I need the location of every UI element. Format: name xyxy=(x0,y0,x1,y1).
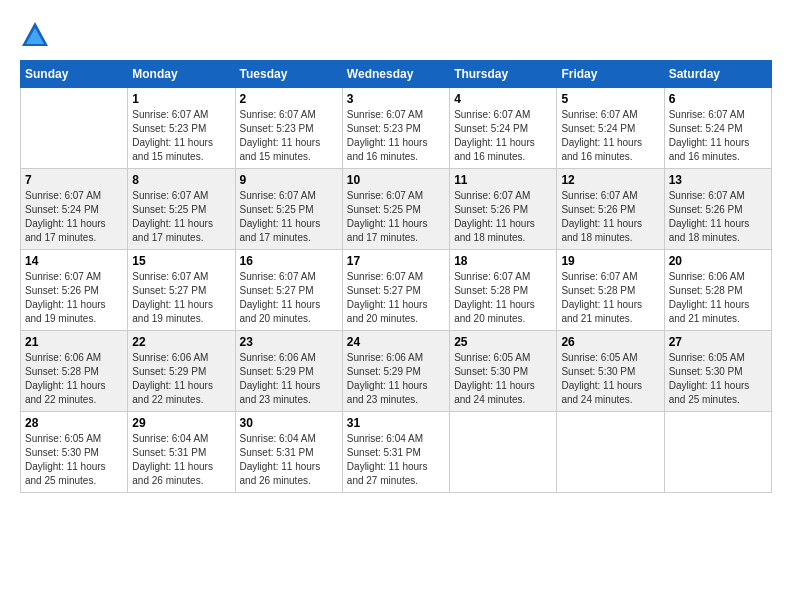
logo xyxy=(20,20,54,50)
day-info: Sunrise: 6:07 AMSunset: 5:25 PMDaylight:… xyxy=(347,189,445,245)
calendar-cell: 19Sunrise: 6:07 AMSunset: 5:28 PMDayligh… xyxy=(557,250,664,331)
page-header xyxy=(20,20,772,50)
day-number: 6 xyxy=(669,92,767,106)
day-number: 26 xyxy=(561,335,659,349)
weekday-header: Saturday xyxy=(664,61,771,88)
day-info: Sunrise: 6:07 AMSunset: 5:27 PMDaylight:… xyxy=(347,270,445,326)
day-number: 27 xyxy=(669,335,767,349)
day-number: 5 xyxy=(561,92,659,106)
weekday-header: Sunday xyxy=(21,61,128,88)
day-info: Sunrise: 6:07 AMSunset: 5:23 PMDaylight:… xyxy=(240,108,338,164)
day-info: Sunrise: 6:06 AMSunset: 5:29 PMDaylight:… xyxy=(347,351,445,407)
weekday-header: Thursday xyxy=(450,61,557,88)
day-number: 13 xyxy=(669,173,767,187)
day-number: 20 xyxy=(669,254,767,268)
weekday-header: Friday xyxy=(557,61,664,88)
day-number: 28 xyxy=(25,416,123,430)
weekday-header-row: SundayMondayTuesdayWednesdayThursdayFrid… xyxy=(21,61,772,88)
day-info: Sunrise: 6:05 AMSunset: 5:30 PMDaylight:… xyxy=(561,351,659,407)
calendar-table: SundayMondayTuesdayWednesdayThursdayFrid… xyxy=(20,60,772,493)
day-number: 24 xyxy=(347,335,445,349)
calendar-cell: 20Sunrise: 6:06 AMSunset: 5:28 PMDayligh… xyxy=(664,250,771,331)
day-info: Sunrise: 6:07 AMSunset: 5:28 PMDaylight:… xyxy=(454,270,552,326)
calendar-cell: 17Sunrise: 6:07 AMSunset: 5:27 PMDayligh… xyxy=(342,250,449,331)
day-number: 31 xyxy=(347,416,445,430)
calendar-cell: 31Sunrise: 6:04 AMSunset: 5:31 PMDayligh… xyxy=(342,412,449,493)
calendar-cell: 30Sunrise: 6:04 AMSunset: 5:31 PMDayligh… xyxy=(235,412,342,493)
calendar-cell: 27Sunrise: 6:05 AMSunset: 5:30 PMDayligh… xyxy=(664,331,771,412)
calendar-cell: 12Sunrise: 6:07 AMSunset: 5:26 PMDayligh… xyxy=(557,169,664,250)
day-number: 9 xyxy=(240,173,338,187)
day-info: Sunrise: 6:05 AMSunset: 5:30 PMDaylight:… xyxy=(25,432,123,488)
calendar-week-row: 21Sunrise: 6:06 AMSunset: 5:28 PMDayligh… xyxy=(21,331,772,412)
day-number: 15 xyxy=(132,254,230,268)
day-info: Sunrise: 6:04 AMSunset: 5:31 PMDaylight:… xyxy=(347,432,445,488)
calendar-cell: 5Sunrise: 6:07 AMSunset: 5:24 PMDaylight… xyxy=(557,88,664,169)
day-info: Sunrise: 6:07 AMSunset: 5:25 PMDaylight:… xyxy=(240,189,338,245)
day-number: 16 xyxy=(240,254,338,268)
day-info: Sunrise: 6:07 AMSunset: 5:27 PMDaylight:… xyxy=(240,270,338,326)
day-info: Sunrise: 6:07 AMSunset: 5:26 PMDaylight:… xyxy=(454,189,552,245)
calendar-cell: 22Sunrise: 6:06 AMSunset: 5:29 PMDayligh… xyxy=(128,331,235,412)
day-number: 2 xyxy=(240,92,338,106)
day-number: 19 xyxy=(561,254,659,268)
calendar-week-row: 14Sunrise: 6:07 AMSunset: 5:26 PMDayligh… xyxy=(21,250,772,331)
day-info: Sunrise: 6:07 AMSunset: 5:26 PMDaylight:… xyxy=(669,189,767,245)
calendar-cell: 25Sunrise: 6:05 AMSunset: 5:30 PMDayligh… xyxy=(450,331,557,412)
calendar-cell: 8Sunrise: 6:07 AMSunset: 5:25 PMDaylight… xyxy=(128,169,235,250)
calendar-cell: 1Sunrise: 6:07 AMSunset: 5:23 PMDaylight… xyxy=(128,88,235,169)
calendar-week-row: 28Sunrise: 6:05 AMSunset: 5:30 PMDayligh… xyxy=(21,412,772,493)
calendar-cell: 2Sunrise: 6:07 AMSunset: 5:23 PMDaylight… xyxy=(235,88,342,169)
calendar-cell: 16Sunrise: 6:07 AMSunset: 5:27 PMDayligh… xyxy=(235,250,342,331)
weekday-header: Wednesday xyxy=(342,61,449,88)
day-number: 14 xyxy=(25,254,123,268)
day-info: Sunrise: 6:04 AMSunset: 5:31 PMDaylight:… xyxy=(240,432,338,488)
calendar-cell: 4Sunrise: 6:07 AMSunset: 5:24 PMDaylight… xyxy=(450,88,557,169)
day-info: Sunrise: 6:07 AMSunset: 5:23 PMDaylight:… xyxy=(347,108,445,164)
calendar-week-row: 7Sunrise: 6:07 AMSunset: 5:24 PMDaylight… xyxy=(21,169,772,250)
calendar-cell: 3Sunrise: 6:07 AMSunset: 5:23 PMDaylight… xyxy=(342,88,449,169)
calendar-cell: 23Sunrise: 6:06 AMSunset: 5:29 PMDayligh… xyxy=(235,331,342,412)
calendar-cell: 11Sunrise: 6:07 AMSunset: 5:26 PMDayligh… xyxy=(450,169,557,250)
day-info: Sunrise: 6:06 AMSunset: 5:29 PMDaylight:… xyxy=(240,351,338,407)
day-number: 18 xyxy=(454,254,552,268)
day-number: 1 xyxy=(132,92,230,106)
day-number: 8 xyxy=(132,173,230,187)
day-info: Sunrise: 6:07 AMSunset: 5:25 PMDaylight:… xyxy=(132,189,230,245)
calendar-cell: 29Sunrise: 6:04 AMSunset: 5:31 PMDayligh… xyxy=(128,412,235,493)
day-number: 29 xyxy=(132,416,230,430)
day-number: 3 xyxy=(347,92,445,106)
day-info: Sunrise: 6:06 AMSunset: 5:29 PMDaylight:… xyxy=(132,351,230,407)
day-info: Sunrise: 6:07 AMSunset: 5:28 PMDaylight:… xyxy=(561,270,659,326)
calendar-cell xyxy=(450,412,557,493)
day-number: 10 xyxy=(347,173,445,187)
calendar-cell: 21Sunrise: 6:06 AMSunset: 5:28 PMDayligh… xyxy=(21,331,128,412)
day-number: 4 xyxy=(454,92,552,106)
weekday-header: Monday xyxy=(128,61,235,88)
calendar-week-row: 1Sunrise: 6:07 AMSunset: 5:23 PMDaylight… xyxy=(21,88,772,169)
day-info: Sunrise: 6:07 AMSunset: 5:24 PMDaylight:… xyxy=(454,108,552,164)
day-number: 23 xyxy=(240,335,338,349)
logo-icon xyxy=(20,20,50,50)
day-info: Sunrise: 6:05 AMSunset: 5:30 PMDaylight:… xyxy=(454,351,552,407)
calendar-cell: 28Sunrise: 6:05 AMSunset: 5:30 PMDayligh… xyxy=(21,412,128,493)
weekday-header: Tuesday xyxy=(235,61,342,88)
day-number: 12 xyxy=(561,173,659,187)
day-info: Sunrise: 6:07 AMSunset: 5:23 PMDaylight:… xyxy=(132,108,230,164)
day-number: 17 xyxy=(347,254,445,268)
day-info: Sunrise: 6:07 AMSunset: 5:24 PMDaylight:… xyxy=(561,108,659,164)
day-info: Sunrise: 6:06 AMSunset: 5:28 PMDaylight:… xyxy=(669,270,767,326)
day-info: Sunrise: 6:07 AMSunset: 5:26 PMDaylight:… xyxy=(561,189,659,245)
day-number: 11 xyxy=(454,173,552,187)
calendar-cell: 15Sunrise: 6:07 AMSunset: 5:27 PMDayligh… xyxy=(128,250,235,331)
day-number: 7 xyxy=(25,173,123,187)
calendar-cell: 10Sunrise: 6:07 AMSunset: 5:25 PMDayligh… xyxy=(342,169,449,250)
day-info: Sunrise: 6:07 AMSunset: 5:24 PMDaylight:… xyxy=(669,108,767,164)
day-info: Sunrise: 6:06 AMSunset: 5:28 PMDaylight:… xyxy=(25,351,123,407)
calendar-cell: 26Sunrise: 6:05 AMSunset: 5:30 PMDayligh… xyxy=(557,331,664,412)
calendar-cell xyxy=(664,412,771,493)
day-info: Sunrise: 6:05 AMSunset: 5:30 PMDaylight:… xyxy=(669,351,767,407)
day-info: Sunrise: 6:07 AMSunset: 5:26 PMDaylight:… xyxy=(25,270,123,326)
calendar-cell: 13Sunrise: 6:07 AMSunset: 5:26 PMDayligh… xyxy=(664,169,771,250)
day-number: 21 xyxy=(25,335,123,349)
